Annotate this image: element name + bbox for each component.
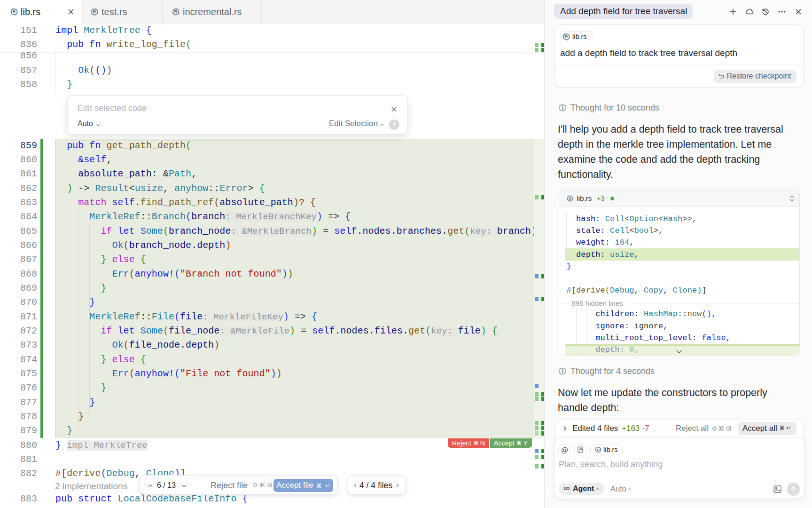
svg-text:R: R xyxy=(13,9,16,14)
svg-text:R: R xyxy=(597,448,600,452)
svg-text:R: R xyxy=(174,9,178,14)
svg-text:R: R xyxy=(565,34,568,39)
svg-text:R: R xyxy=(93,9,96,14)
svg-text:R: R xyxy=(569,197,571,201)
